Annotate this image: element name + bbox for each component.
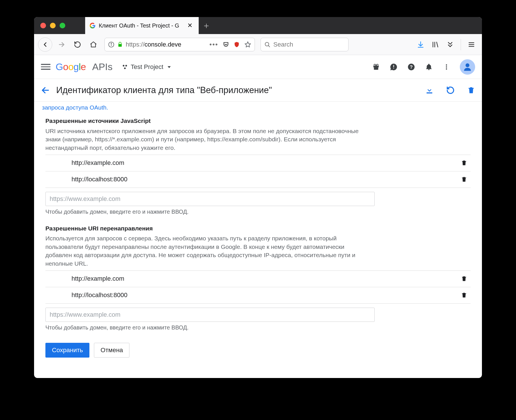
console-header: Google APIs Test Project ? [34,55,482,79]
chevron-down-icon [166,64,172,70]
svg-rect-33 [427,92,432,93]
library-icon[interactable] [429,38,442,51]
account-avatar[interactable] [460,59,475,75]
project-icon [122,64,128,70]
navbar: https://console.deve ••• [34,34,482,55]
overflow-chevrons-icon[interactable] [444,38,457,51]
app-menu-button[interactable] [465,38,478,51]
apis-label: APIs [92,61,113,72]
redirect-uri-hint: Чтобы добавить домен, введите его и нажм… [45,324,375,331]
titlebar: Клиент OAuth - Test Project - G ✕ ＋ [34,17,482,34]
js-origins-description: URI источника клиентского приложения для… [45,127,369,152]
url-bar[interactable]: https://console.deve ••• [104,38,255,51]
alert-bubble-icon[interactable] [389,63,398,71]
gift-icon[interactable] [372,63,380,71]
uri-value: http://example.com [72,159,461,167]
oauth-consent-link[interactable]: запроса доступа OAuth. [42,103,471,112]
nav-forward-button[interactable] [55,38,68,51]
delete-uri-button[interactable] [461,276,467,282]
download-json-button[interactable] [425,86,434,94]
svg-point-3 [111,43,112,43]
cancel-button[interactable]: Отмена [94,343,129,358]
form-buttons: Сохранить Отмена [45,343,471,358]
delete-uri-button[interactable] [461,176,467,182]
uri-value: http://example.com [72,274,461,283]
svg-point-23 [376,64,378,66]
delete-client-button[interactable] [467,86,475,94]
svg-line-11 [437,42,438,47]
svg-point-15 [123,65,124,66]
page-action-bar: Идентификатор клиента для типа "Веб-прил… [34,79,482,102]
svg-point-29 [446,66,447,67]
uri-row: http://example.com [45,271,471,287]
redirect-uris-heading: Разрешенные URI перенаправления [45,224,471,232]
js-origins-section: Разрешенные источники JavaScript URI ист… [45,117,471,216]
svg-point-17 [124,67,126,69]
help-icon[interactable]: ? [407,63,416,71]
svg-text:?: ? [410,64,413,69]
tab-title: Клиент OAuth - Test Project - G [99,22,183,29]
uri-row: http://localhost:8000 [45,287,471,304]
redirect-uris-section: Разрешенные URI перенаправления Использу… [45,224,471,331]
window-close-button[interactable] [40,23,46,28]
svg-rect-25 [393,68,394,68]
google-logo: Google [56,61,86,72]
svg-line-6 [268,45,270,47]
page-back-button[interactable] [41,86,50,95]
console-menu-button[interactable] [41,64,51,70]
content-area: запроса доступа OAuth. Разрешенные источ… [34,103,482,366]
redirect-uri-add-input[interactable] [45,308,375,322]
svg-point-16 [125,65,127,66]
new-tab-button[interactable]: ＋ [199,17,214,34]
redirect-uris-list: http://example.com http://localhost:8000 [45,270,471,304]
tab-close-button[interactable]: ✕ [186,21,194,30]
delete-uri-button[interactable] [461,160,467,166]
js-origins-list: http://example.com http://localhost:8000 [45,155,471,188]
uri-value: http://localhost:8000 [72,175,461,184]
js-origin-add-input[interactable] [45,192,375,206]
downloads-icon[interactable] [414,38,427,51]
nav-reload-button[interactable] [71,38,84,51]
svg-point-30 [446,68,447,69]
uri-row: http://localhost:8000 [45,171,471,188]
uri-value: http://localhost:8000 [72,291,461,300]
window-controls [34,23,85,28]
bookmark-star-icon[interactable] [244,41,251,48]
page-title: Идентификатор клиента для типа "Веб-прил… [56,85,419,95]
svg-rect-24 [393,65,394,67]
uri-row: http://example.com [45,155,471,171]
notifications-icon[interactable] [425,63,433,71]
redirect-uris-description: Используется для запросов с сервера. Зде… [45,234,369,268]
window-zoom-button[interactable] [60,23,65,28]
page-actions-icon[interactable]: ••• [209,41,218,49]
svg-point-22 [374,64,376,66]
search-bar[interactable] [261,38,349,51]
project-picker[interactable]: Test Project [122,63,173,71]
svg-marker-18 [168,66,171,68]
search-input[interactable] [273,41,345,48]
svg-marker-4 [245,42,251,47]
site-info-icon[interactable] [108,41,114,48]
delete-uri-button[interactable] [461,292,467,298]
browser-tab[interactable]: Клиент OAuth - Test Project - G ✕ [85,17,199,34]
more-vert-icon[interactable] [442,63,451,71]
nav-back-button[interactable] [38,37,52,52]
js-origin-hint: Чтобы добавить домен, введите его и нажм… [45,208,375,216]
pocket-icon[interactable] [223,41,229,48]
google-favicon-icon [89,22,96,29]
browser-window: Клиент OAuth - Test Project - G ✕ ＋ http [34,17,482,378]
search-icon [264,41,270,48]
reset-secret-button[interactable] [446,86,455,94]
ublock-icon[interactable] [234,41,240,48]
lock-icon [117,42,123,47]
window-minimize-button[interactable] [50,23,56,28]
nav-home-button[interactable] [87,38,100,51]
toolbar-divider [461,39,461,50]
js-origins-heading: Разрешенные источники JavaScript [45,117,471,125]
save-button[interactable]: Сохранить [45,343,89,358]
project-name: Test Project [131,63,163,71]
svg-point-31 [465,63,469,67]
url-text: https://console.deve [126,41,181,48]
svg-point-28 [446,64,447,65]
